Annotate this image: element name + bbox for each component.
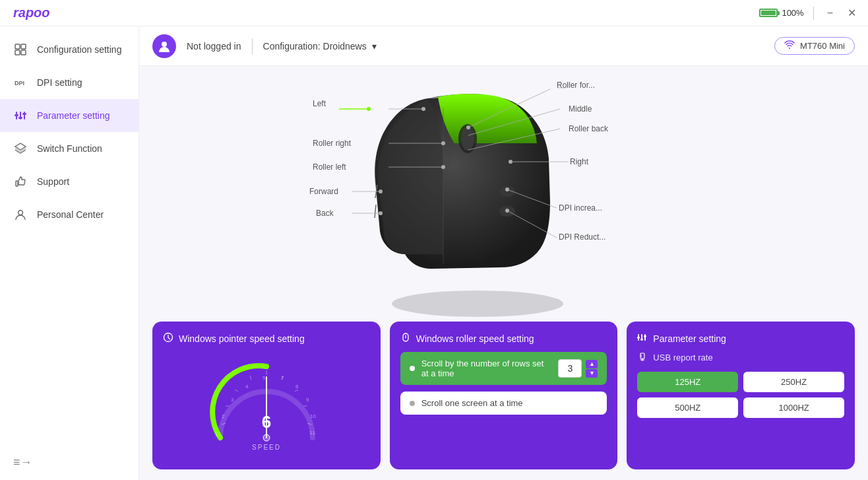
close-button[interactable]: ✕	[844, 4, 860, 22]
wifi-icon	[784, 40, 795, 51]
svg-text:DPI increa...: DPI increa...	[559, 203, 602, 213]
svg-point-38	[505, 209, 509, 213]
roller-option2-label: Scroll one screen at a time	[421, 398, 523, 408]
sidebar-item-dpi-setting[interactable]: DPI DPI setting	[0, 66, 139, 99]
svg-rect-9	[18, 117, 22, 119]
svg-point-12	[18, 211, 23, 215]
svg-text:4: 4	[245, 384, 249, 390]
svg-point-34	[379, 211, 383, 215]
roller-option-screen[interactable]: Scroll one screen at a time	[400, 392, 607, 415]
freq-125hz-button[interactable]: 125HZ	[637, 372, 738, 392]
minimize-button[interactable]: −	[823, 5, 837, 22]
pointer-speed-panel: Windows pointer speed setting	[152, 322, 381, 469]
sidebar-label-dpi-setting: DPI setting	[37, 77, 82, 88]
svg-text:3: 3	[231, 397, 234, 403]
svg-text:SPEED: SPEED	[252, 444, 281, 451]
usb-report-rate-label: USB report rate	[653, 353, 712, 362]
sidebar-item-personal-center[interactable]: Personal Center	[0, 198, 139, 231]
svg-point-14	[392, 291, 563, 317]
roller-option-rows[interactable]: Scroll by the number of rows set at a ti…	[400, 352, 607, 385]
svg-point-13	[162, 42, 167, 47]
battery-percent: 100%	[782, 8, 803, 18]
svg-rect-1	[21, 44, 26, 49]
svg-text:DPI Reduct...: DPI Reduct...	[559, 232, 605, 242]
frequency-grid: 125HZ 250HZ 500HZ 1000HZ	[637, 372, 844, 418]
svg-text:8: 8	[295, 384, 299, 390]
login-status: Not logged in	[187, 41, 241, 51]
svg-rect-84	[644, 334, 646, 341]
roller-rows-input[interactable]	[558, 359, 582, 378]
sidebar-label-configuration-setting: Configuration setting	[37, 44, 121, 55]
pointer-speed-title: Windows pointer speed setting	[179, 333, 305, 344]
roller-speed-header: Windows roller speed setting	[400, 332, 607, 345]
spinner-down-button[interactable]: ▼	[586, 369, 598, 378]
svg-text:Right: Right	[570, 157, 589, 166]
svg-text:7: 7	[281, 375, 284, 381]
config-label: Configuration: Droidnews	[263, 41, 367, 51]
active-dot	[410, 366, 415, 371]
param-icon	[637, 332, 648, 345]
svg-text:6: 6	[262, 412, 271, 432]
svg-rect-11	[16, 181, 18, 186]
mouse-scroll-icon	[400, 332, 411, 345]
parameter-title: Parameter setting	[653, 333, 726, 344]
device-chip[interactable]: MT760 Mini	[774, 37, 855, 55]
inactive-dot	[410, 401, 415, 406]
svg-rect-10	[22, 113, 26, 115]
freq-1000hz-button[interactable]: 1000HZ	[743, 397, 844, 418]
grid-icon	[13, 42, 28, 57]
mouse-svg-wrapper: Left Roller right Roller left Forward Ba…	[273, 69, 735, 320]
roller-spinner: ▲ ▼	[586, 360, 598, 378]
svg-line-60	[250, 376, 251, 380]
expand-icon: ≡→	[13, 456, 32, 469]
svg-point-26	[441, 141, 445, 145]
spinner-up-button[interactable]: ▲	[586, 360, 598, 368]
roller-speed-title: Windows roller speed setting	[416, 333, 534, 344]
speedometer-svg: 1 2 3 4 5 7 8 9 10 11 6	[207, 352, 326, 458]
config-selector[interactable]: Configuration: Droidnews ▾	[263, 41, 377, 51]
speedometer: 1 2 3 4 5 7 8 9 10 11 6	[207, 352, 326, 460]
svg-rect-2	[15, 50, 20, 55]
header-divider	[252, 38, 253, 54]
svg-point-30	[441, 165, 445, 169]
svg-point-32	[379, 189, 383, 193]
svg-rect-0	[15, 44, 20, 49]
svg-rect-7	[24, 112, 25, 120]
device-name: MT760 Mini	[800, 41, 845, 51]
sidebar-item-configuration-setting[interactable]: Configuration setting	[0, 33, 139, 66]
sidebar-label-personal-center: Personal Center	[37, 209, 104, 220]
svg-rect-86	[640, 339, 643, 341]
panels-row: Windows pointer speed setting	[139, 322, 868, 480]
svg-line-59	[235, 390, 238, 392]
svg-text:11: 11	[309, 430, 315, 436]
svg-text:Back: Back	[316, 209, 334, 218]
svg-point-40	[367, 107, 371, 111]
battery-icon	[759, 9, 778, 17]
svg-text:Roller for...: Roller for...	[557, 81, 595, 90]
sidebar-item-parameter-setting[interactable]: Parameter setting	[0, 99, 139, 132]
svg-rect-87	[644, 335, 646, 337]
svg-text:Middle: Middle	[569, 104, 592, 114]
sidebar-item-switch-function[interactable]: Switch Function	[0, 132, 139, 165]
svg-text:2: 2	[222, 413, 225, 419]
sidebar-nav: Configuration setting DPI DPI setting	[0, 33, 139, 445]
svg-text:Roller left: Roller left	[313, 162, 346, 172]
roller-option1-label: Scroll by the number of rows set at a ti…	[421, 359, 552, 378]
battery-section: 100%	[759, 8, 803, 18]
sidebar-label-parameter-setting: Parameter setting	[37, 110, 110, 121]
freq-500hz-button[interactable]: 500HZ	[637, 397, 738, 418]
header-right: MT760 Mini	[774, 37, 855, 55]
sidebar-item-support[interactable]: Support	[0, 165, 139, 198]
svg-text:10: 10	[310, 413, 316, 419]
svg-point-20	[421, 107, 425, 111]
usb-icon	[637, 352, 648, 362]
svg-text:Roller back: Roller back	[569, 124, 609, 133]
svg-text:9: 9	[306, 397, 309, 403]
chevron-down-icon: ▾	[372, 41, 377, 51]
svg-text:Forward: Forward	[309, 187, 338, 196]
svg-point-22	[466, 125, 470, 129]
title-bar: rapoo 100% − ✕	[0, 0, 868, 26]
svg-point-28	[509, 160, 512, 164]
sidebar-expand-button[interactable]: ≡→	[0, 445, 139, 480]
freq-250hz-button[interactable]: 250HZ	[743, 372, 844, 392]
